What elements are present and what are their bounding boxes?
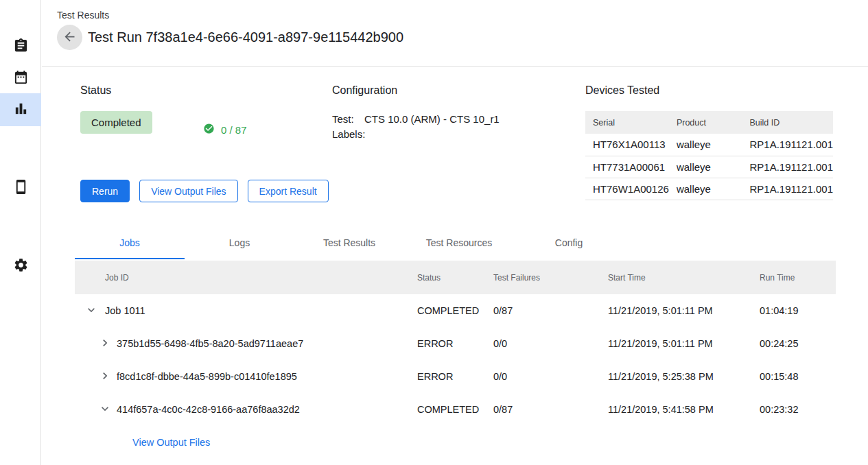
job-row: Job 1011 COMPLETED 0/87 11/21/2019, 5:01… xyxy=(75,294,836,327)
page-title: Test Run 7f38a1e4-6e66-4091-a897-9e11544… xyxy=(88,29,403,45)
attempt-test-failures: 0/87 xyxy=(493,404,608,415)
devices-header-row: Serial Product Build ID xyxy=(585,111,833,134)
attempt-id: f8cd1c8f-dbbe-44a5-899b-c01410fe1895 xyxy=(117,371,297,382)
jobs-col-job-id: Job ID xyxy=(75,273,417,283)
devices-section: Devices Tested Serial Product Build ID H… xyxy=(585,84,833,202)
calendar-icon xyxy=(13,69,29,88)
attempt-test-failures: 0/0 xyxy=(493,371,608,382)
status-badge: Completed xyxy=(80,111,152,134)
collapse-attempt-button[interactable] xyxy=(97,401,113,418)
attempt-row: 375b1d55-6498-4fb5-8a20-5ad9711aeae7 ERR… xyxy=(75,327,836,360)
view-output-files-link[interactable]: View Output Files xyxy=(132,437,210,448)
attempt-id: 375b1d55-6498-4fb5-8a20-5ad9711aeae7 xyxy=(117,338,303,349)
attempt-row: 414f657a-4c0c-42c8-9166-aa76f8aa32d2 COM… xyxy=(75,393,836,426)
attempt-id: 414f657a-4c0c-42c8-9166-aa76f8aa32d2 xyxy=(117,404,300,415)
jobs-col-status: Status xyxy=(417,273,493,283)
pass-ratio: 0 / 87 xyxy=(203,123,247,137)
sidebar-item-test-plans[interactable] xyxy=(0,62,41,95)
status-heading: Status xyxy=(80,84,332,97)
chevron-down-icon xyxy=(84,303,98,319)
config-test-value: CTS 10.0 (ARM) - CTS 10_r1 xyxy=(364,113,500,125)
sidebar-item-settings[interactable] xyxy=(0,250,41,283)
attempt-run-time: 00:23:32 xyxy=(760,404,836,415)
devices-col-product: Product xyxy=(669,111,742,134)
expand-attempt-button[interactable] xyxy=(97,368,113,385)
devices-heading: Devices Tested xyxy=(585,84,833,97)
device-serial: HT76X1A00113 xyxy=(585,134,669,156)
sidebar-item-test-results[interactable] xyxy=(0,93,41,126)
device-row: HT76X1A00113 walleye RP1A.191121.001 xyxy=(585,134,833,156)
config-test-label: Test: xyxy=(332,113,364,125)
device-row: HT7731A00061 walleye RP1A.191121.001 xyxy=(585,156,833,178)
page-header: Test Results Test Run 7f38a1e4-6e66-4091… xyxy=(42,0,868,67)
device-build-id: RP1A.191121.001 xyxy=(742,156,834,178)
config-labels-label: Labels: xyxy=(332,128,364,140)
job-id: Job 1011 xyxy=(105,305,145,316)
device-row: HT76W1A00126 walleye RP1A.191121.001 xyxy=(585,178,833,200)
breadcrumb: Test Results xyxy=(57,10,868,21)
devices-col-build: Build ID xyxy=(742,111,834,134)
attempt-detail-row: View Output Files xyxy=(75,426,836,459)
attempt-start-time: 11/21/2019, 5:41:58 PM xyxy=(608,404,760,415)
tab-test-results[interactable]: Test Results xyxy=(294,226,404,259)
attempt-row: f8cd1c8f-dbbe-44a5-899b-c01410fe1895 ERR… xyxy=(75,360,836,393)
jobs-col-test-failures: Test Failures xyxy=(493,273,608,283)
tab-logs[interactable]: Logs xyxy=(185,226,294,259)
tab-bar: Jobs Logs Test Results Test Resources Co… xyxy=(75,226,868,259)
attempt-status: ERROR xyxy=(417,338,493,349)
jobs-col-start-time: Start Time xyxy=(608,273,760,283)
device-product: walleye xyxy=(669,156,742,178)
tab-config[interactable]: Config xyxy=(514,226,624,259)
jobs-col-run-time: Run Time xyxy=(760,273,836,283)
gear-icon xyxy=(13,257,29,276)
view-output-files-button[interactable]: View Output Files xyxy=(139,180,237,202)
attempt-status: ERROR xyxy=(417,371,493,382)
tab-jobs[interactable]: Jobs xyxy=(75,226,185,259)
attempt-run-time: 00:15:48 xyxy=(760,371,836,382)
device-serial: HT7731A00061 xyxy=(585,156,669,178)
bar-chart-icon xyxy=(13,101,29,119)
job-start-time: 11/21/2019, 5:01:11 PM xyxy=(608,305,760,316)
attempt-start-time: 11/21/2019, 5:25:38 PM xyxy=(608,371,760,382)
check-circle-icon xyxy=(203,123,215,137)
device-product: walleye xyxy=(669,134,742,156)
device-serial: HT76W1A00126 xyxy=(585,178,669,200)
back-button[interactable] xyxy=(57,25,82,50)
rerun-button[interactable]: Rerun xyxy=(80,180,130,202)
sidebar-item-test-suites[interactable] xyxy=(0,30,41,63)
attempt-start-time: 11/21/2019, 5:01:11 PM xyxy=(608,338,760,349)
expand-attempt-button[interactable] xyxy=(97,335,113,352)
device-product: walleye xyxy=(669,178,742,200)
device-build-id: RP1A.191121.001 xyxy=(742,178,834,200)
devices-col-serial: Serial xyxy=(585,111,669,134)
sidebar-item-devices[interactable] xyxy=(0,171,41,204)
job-test-failures: 0/87 xyxy=(493,305,608,316)
clipboard-icon xyxy=(13,38,29,56)
export-result-button[interactable]: Export Result xyxy=(248,180,329,202)
arrow-back-icon xyxy=(62,29,77,46)
attempt-test-failures: 0/0 xyxy=(493,338,608,349)
status-section: Status Completed 0 / 87 Rerun View Outpu… xyxy=(80,84,332,202)
chevron-right-icon xyxy=(98,336,112,352)
configuration-section: Configuration Test: CTS 10.0 (ARM) - CTS… xyxy=(332,84,585,202)
collapse-job-button[interactable] xyxy=(83,302,99,319)
jobs-table: Job ID Status Test Failures Start Time R… xyxy=(75,261,836,459)
main-content: Test Results Test Run 7f38a1e4-6e66-4091… xyxy=(42,0,868,459)
chevron-down-icon xyxy=(98,402,112,418)
jobs-header-row: Job ID Status Test Failures Start Time R… xyxy=(75,261,836,294)
configuration-heading: Configuration xyxy=(332,84,585,97)
devices-table: Serial Product Build ID HT76X1A00113 wal… xyxy=(585,111,833,200)
device-build-id: RP1A.191121.001 xyxy=(742,134,834,156)
job-status: COMPLETED xyxy=(417,305,493,316)
job-run-time: 01:04:19 xyxy=(760,305,836,316)
chevron-right-icon xyxy=(98,369,112,385)
smartphone-icon xyxy=(13,179,29,198)
sidebar xyxy=(0,0,41,465)
tab-test-resources[interactable]: Test Resources xyxy=(404,226,514,259)
pass-ratio-text: 0 / 87 xyxy=(221,124,247,136)
attempt-status: COMPLETED xyxy=(417,404,493,415)
attempt-run-time: 00:24:25 xyxy=(760,338,836,349)
